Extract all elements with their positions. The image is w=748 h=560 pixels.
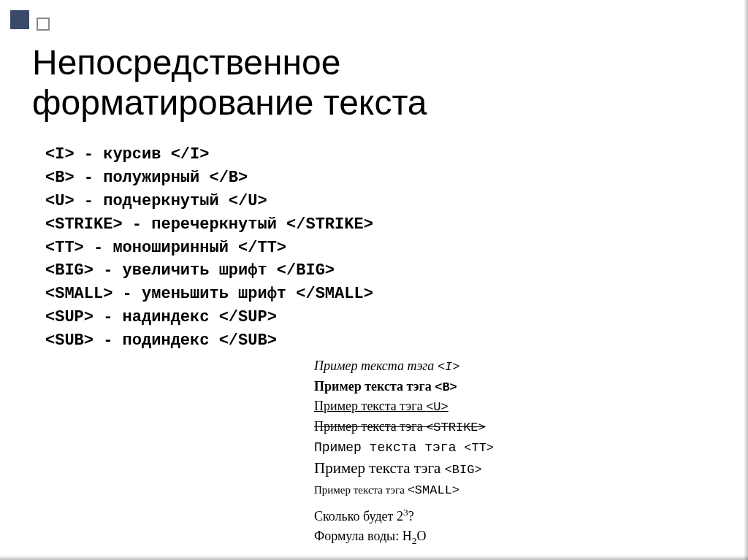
example-tag: <B> bbox=[435, 380, 457, 394]
tag-desc: - курсив bbox=[75, 145, 171, 164]
sup-pre: Сколько будет 2 bbox=[314, 509, 403, 523]
tag-open: <SUP> bbox=[45, 308, 94, 326]
tag-desc: - перечеркнутый bbox=[123, 215, 286, 234]
tag-row-tt: <TT> - моноширинный </TT> bbox=[45, 237, 373, 260]
tag-row-small: <SMALL> - уменьшить шрифт </SMALL> bbox=[45, 283, 373, 306]
example-text: Пример текста тэга bbox=[314, 379, 435, 394]
slide-shadow-bottom bbox=[0, 556, 748, 560]
example-text: Пример текста тэга bbox=[314, 484, 408, 496]
tag-close: </SUB> bbox=[219, 331, 277, 350]
example-big: Пример текста тэга <BIG> bbox=[314, 457, 494, 480]
tag-desc: - подчеркнутый bbox=[75, 192, 229, 210]
example-tag: <STRIKE> bbox=[426, 421, 486, 434]
tag-open: <STRIKE> bbox=[45, 215, 123, 234]
example-text: Пример текста тэга bbox=[314, 399, 426, 413]
example-tag: <I> bbox=[438, 360, 460, 374]
tag-desc: - увеличить шрифт bbox=[94, 261, 277, 280]
tag-desc: - надиндекс bbox=[94, 308, 219, 326]
example-tag: <SMALL> bbox=[408, 483, 459, 497]
example-sub: Формула воды: H2O bbox=[314, 526, 494, 548]
example-u: Пример текста тэга <U> bbox=[314, 396, 494, 417]
tag-row-sub: <SUB> - подиндекс </SUB> bbox=[45, 329, 373, 353]
tag-row-strike: <STRIKE> - перечеркнутый </STRIKE> bbox=[45, 213, 373, 237]
tag-row-sup: <SUP> - надиндекс </SUP> bbox=[45, 306, 373, 329]
sub-post: O bbox=[416, 529, 426, 543]
tag-row-big: <BIG> - увеличить шрифт </BIG> bbox=[45, 259, 373, 283]
tag-open: <U> bbox=[45, 192, 75, 210]
sub-pre: Формула воды: H bbox=[314, 529, 412, 543]
html-tags-list: <I> - курсив </I> <B> - полужирный </B> … bbox=[45, 143, 373, 353]
example-text: Пример текста тэга bbox=[314, 440, 464, 455]
tag-row-u: <U> - подчеркнутый </U> bbox=[45, 190, 373, 213]
slide-title: Непосредственное форматирование текста bbox=[32, 42, 427, 123]
decoration-square-outline bbox=[37, 18, 50, 31]
example-tt: Пример текста тэга <TT> bbox=[314, 437, 494, 458]
tag-desc: - подиндекс bbox=[94, 331, 219, 350]
example-b: Пример текста тэга <B> bbox=[314, 377, 494, 397]
tag-open: <I> bbox=[45, 145, 75, 164]
tag-close: </SMALL> bbox=[296, 285, 373, 303]
tag-desc: - уменьшить шрифт bbox=[112, 285, 296, 303]
slide-decoration bbox=[10, 10, 50, 31]
tag-close: </STRIKE> bbox=[286, 215, 373, 234]
tag-open: <B> bbox=[45, 169, 75, 187]
tag-desc: - полужирный bbox=[75, 169, 210, 187]
example-sup: Сколько будет 23? bbox=[314, 505, 494, 526]
sup-exponent: 3 bbox=[403, 507, 408, 518]
example-small: Пример текста тэга <SMALL> bbox=[314, 480, 494, 500]
tag-open: <BIG> bbox=[45, 261, 94, 280]
tag-row-b: <B> - полужирный </B> bbox=[45, 166, 373, 190]
title-line-2: форматирование текста bbox=[32, 83, 427, 122]
example-tag: <U> bbox=[426, 400, 449, 414]
tag-desc: - моноширинный bbox=[84, 239, 238, 257]
example-text: Пример текста тэга bbox=[314, 459, 445, 477]
example-i: Пример текста тэга <I> bbox=[314, 356, 494, 377]
example-text: Пример текста тэга bbox=[314, 358, 438, 373]
tag-row-i: <I> - курсив </I> bbox=[45, 143, 373, 166]
example-tag: <BIG> bbox=[445, 463, 482, 477]
tag-close: </I> bbox=[171, 145, 210, 164]
tag-close: </BIG> bbox=[277, 261, 335, 280]
example-tag: <TT> bbox=[464, 441, 494, 455]
decoration-square-filled bbox=[10, 10, 29, 29]
title-line-1: Непосредственное bbox=[32, 43, 340, 82]
examples-block: Пример текста тэга <I> Пример текста тэг… bbox=[314, 356, 494, 548]
example-strike: Пример текста тэга <STRIKE> bbox=[314, 417, 494, 437]
tag-close: </SUP> bbox=[219, 308, 277, 326]
tag-close: </B> bbox=[209, 169, 248, 187]
example-text: Пример текста тэга bbox=[314, 419, 426, 434]
tag-open: <TT> bbox=[45, 239, 84, 257]
tag-open: <SUB> bbox=[45, 331, 94, 350]
sup-post: ? bbox=[408, 509, 414, 523]
tag-close: </U> bbox=[229, 192, 267, 210]
slide-shadow-right bbox=[744, 0, 748, 560]
tag-close: </TT> bbox=[238, 239, 286, 257]
tag-open: <SMALL> bbox=[45, 285, 112, 303]
